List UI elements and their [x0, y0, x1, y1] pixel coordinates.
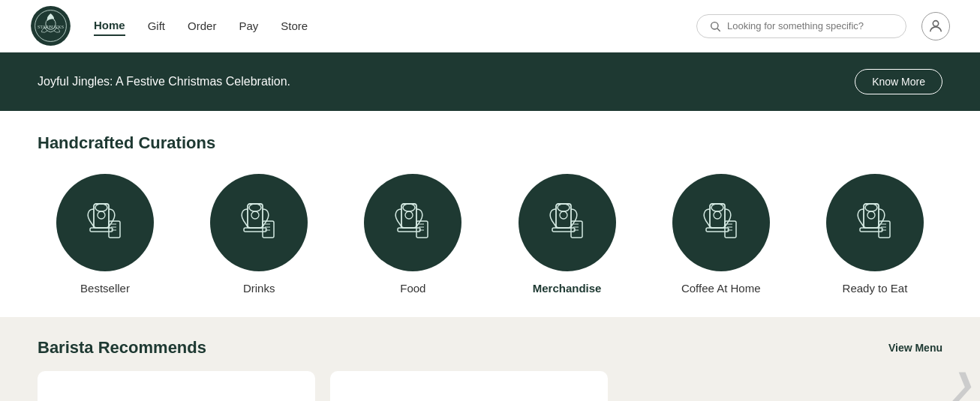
- svg-rect-17: [401, 204, 416, 228]
- nav-links: Home Gift Order Pay Store: [94, 16, 696, 36]
- curation-icon-coffee-at-home: [691, 193, 751, 253]
- svg-rect-27: [710, 204, 725, 228]
- svg-point-13: [249, 204, 261, 211]
- curation-circle-drinks: [210, 174, 308, 271]
- curation-circle-merchandise: [519, 174, 616, 271]
- nav-store[interactable]: Store: [281, 16, 308, 35]
- svg-point-23: [558, 204, 570, 211]
- search-bar[interactable]: [696, 14, 906, 38]
- nav-pay[interactable]: Pay: [239, 16, 258, 35]
- person-icon: [927, 18, 944, 34]
- barista-cards-wrapper: [38, 371, 942, 401]
- curation-label-drinks: Drinks: [243, 282, 275, 295]
- curation-coffee-at-home[interactable]: Coffee At Home: [654, 174, 789, 295]
- barista-card-2[interactable]: [330, 371, 608, 401]
- curation-label-bestseller: Bestseller: [80, 282, 130, 295]
- curation-food[interactable]: Food: [345, 174, 480, 295]
- user-icon[interactable]: [921, 12, 950, 40]
- curation-circle-ready-to-eat: [826, 174, 924, 271]
- svg-line-5: [717, 28, 720, 31]
- curation-icon-merchandise: [537, 193, 597, 253]
- svg-point-18: [403, 204, 415, 211]
- svg-text:STARBUCKS: STARBUCKS: [38, 25, 64, 29]
- nav-right: [696, 12, 950, 40]
- svg-point-29: [714, 211, 721, 219]
- curation-circle-coffee-at-home: [672, 174, 770, 271]
- curation-circle-bestseller: [56, 174, 154, 271]
- curation-icon-bestseller: [75, 193, 135, 253]
- svg-point-34: [867, 211, 875, 219]
- curations-grid: Bestseller Drinks: [38, 174, 942, 295]
- svg-point-33: [865, 204, 877, 211]
- curations-section: Handcrafted Curations Bestseller: [0, 111, 980, 317]
- barista-title: Barista Recommends: [38, 338, 206, 358]
- svg-rect-32: [864, 204, 879, 228]
- curation-merchandise[interactable]: Merchandise: [500, 174, 635, 295]
- curation-label-food: Food: [400, 282, 425, 295]
- svg-rect-7: [94, 204, 109, 228]
- nav-order[interactable]: Order: [188, 16, 216, 35]
- search-icon: [709, 20, 721, 32]
- curation-label-ready-to-eat: Ready to Eat: [843, 282, 908, 295]
- barista-cards: [38, 371, 942, 401]
- curation-label-merchandise: Merchandise: [533, 282, 602, 295]
- know-more-button[interactable]: Know More: [855, 69, 942, 94]
- barista-card-1[interactable]: [38, 371, 315, 401]
- navbar: STARBUCKS Home Gift Order Pay Store: [0, 0, 980, 52]
- curation-bestseller[interactable]: Bestseller: [38, 174, 173, 295]
- svg-point-19: [405, 211, 413, 219]
- curation-icon-food: [383, 193, 443, 253]
- curation-ready-to-eat[interactable]: Ready to Eat: [807, 174, 942, 295]
- view-menu-link[interactable]: View Menu: [888, 342, 942, 354]
- curation-drinks[interactable]: Drinks: [191, 174, 326, 295]
- curation-label-coffee-at-home: Coffee At Home: [681, 282, 761, 295]
- svg-point-24: [560, 211, 567, 219]
- barista-header: Barista Recommends View Menu: [38, 338, 942, 358]
- svg-point-9: [98, 211, 105, 219]
- curation-circle-food: [364, 174, 461, 271]
- starbucks-logo[interactable]: STARBUCKS: [30, 5, 71, 46]
- nav-gift[interactable]: Gift: [148, 16, 165, 35]
- svg-point-8: [95, 204, 107, 211]
- banner-text: Joyful Jingles: A Festive Christmas Cele…: [38, 75, 290, 88]
- svg-point-4: [711, 22, 718, 28]
- curation-icon-drinks: [229, 193, 289, 253]
- search-input[interactable]: [727, 20, 894, 31]
- svg-point-6: [933, 20, 938, 25]
- curations-title: Handcrafted Curations: [38, 133, 942, 153]
- svg-rect-12: [248, 204, 263, 228]
- svg-rect-22: [556, 204, 571, 228]
- nav-home[interactable]: Home: [94, 16, 125, 36]
- svg-point-14: [251, 211, 259, 219]
- promo-banner: Joyful Jingles: A Festive Christmas Cele…: [0, 52, 980, 111]
- svg-point-28: [711, 204, 723, 211]
- barista-section: Barista Recommends View Menu: [0, 317, 980, 401]
- curation-icon-ready-to-eat: [845, 193, 905, 253]
